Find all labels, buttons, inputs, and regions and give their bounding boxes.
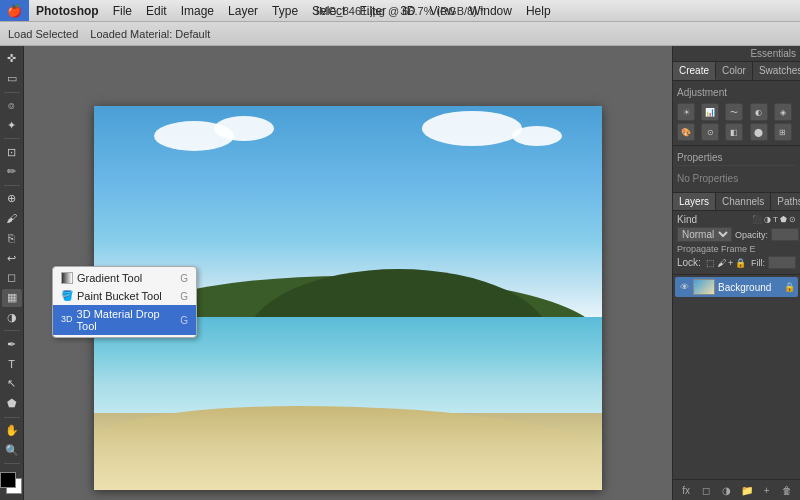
marquee-tool-btn[interactable]: ▭: [2, 70, 22, 88]
fill-input[interactable]: [768, 256, 796, 269]
type-menu[interactable]: Type: [265, 0, 305, 21]
gradient-btn[interactable]: ▦: [2, 289, 22, 307]
paths-tab[interactable]: Paths: [771, 193, 800, 210]
dodge-btn[interactable]: ◑: [2, 309, 22, 327]
paint-bucket-option[interactable]: 🪣 Paint Bucket Tool G: [53, 287, 196, 305]
bw-btn[interactable]: ◧: [725, 123, 743, 141]
gradient-tool-option[interactable]: Gradient Tool G: [53, 269, 196, 287]
shape-icon-2[interactable]: ⬟: [780, 215, 787, 224]
tool-separator-3: [4, 185, 20, 186]
clone-btn[interactable]: ⎘: [2, 229, 22, 247]
channel-mixer-btn[interactable]: ⊞: [774, 123, 792, 141]
gradient-tool-label: Gradient Tool: [77, 272, 142, 284]
3d-drop-shortcut: G: [180, 315, 188, 326]
gradient-icon: [61, 272, 73, 284]
layer-lock-icon: 🔒: [784, 282, 795, 292]
move-tool-btn[interactable]: ✜: [2, 50, 22, 68]
pen-btn[interactable]: ✒: [2, 335, 22, 353]
swatches-tab[interactable]: Swatches: [753, 62, 800, 80]
history-btn[interactable]: ↩: [2, 249, 22, 267]
adjustment-grid-1: ☀ 📊 〜 ◐ ◈: [677, 103, 796, 121]
channels-tab[interactable]: Channels: [716, 193, 771, 210]
curves-btn[interactable]: 〜: [725, 103, 743, 121]
opacity-input[interactable]: [771, 228, 799, 241]
canvas-area: Gradient Tool G 🪣 Paint Bucket Tool G 3D…: [24, 46, 672, 500]
fill-label: Fill:: [751, 258, 765, 268]
zoom-btn[interactable]: 🔍: [2, 441, 22, 459]
healing-btn[interactable]: ⊕: [2, 190, 22, 208]
tool-separator-4: [4, 330, 20, 331]
adjust-icon[interactable]: ◑: [764, 215, 771, 224]
app-name-menu[interactable]: Photoshop: [29, 0, 106, 21]
levels-btn[interactable]: 📊: [701, 103, 719, 121]
file-menu[interactable]: File: [106, 0, 139, 21]
blend-row: Normal Opacity:: [677, 227, 796, 242]
background-layer[interactable]: 👁 Background 🔒: [675, 277, 798, 297]
main-layout: ✜ ▭ ⌾ ✦ ⊡ ✏ ⊕ 🖌 ⎘ ↩ ◻ ▦ ◑ ✒ T ↖ ⬟ ✋ 🔍: [0, 46, 800, 500]
magic-wand-btn[interactable]: ✦: [2, 116, 22, 134]
loaded-material-label: Loaded Material: Default: [86, 28, 214, 40]
create-tab[interactable]: Create: [673, 62, 716, 80]
menubar: 🍎 Photoshop File Edit Image Layer Type S…: [0, 0, 800, 22]
help-menu[interactable]: Help: [519, 0, 558, 21]
image-menu[interactable]: Image: [174, 0, 221, 21]
lock-position-icon[interactable]: +: [728, 258, 733, 268]
smart-icon[interactable]: ⊙: [789, 215, 796, 224]
opacity-label: Opacity:: [735, 230, 768, 240]
blend-mode-select[interactable]: Normal: [677, 227, 732, 242]
layer-menu[interactable]: Layer: [221, 0, 265, 21]
photo-filter-btn[interactable]: ⬤: [750, 123, 768, 141]
essentials-label: Essentials: [673, 46, 800, 62]
lock-transparency-icon[interactable]: ⬚: [706, 258, 715, 268]
layer-delete-btn[interactable]: 🗑: [780, 483, 794, 497]
lock-label: Lock:: [677, 257, 701, 268]
pixel-icon[interactable]: ⬛: [752, 215, 762, 224]
crop-tool-btn[interactable]: ⊡: [2, 143, 22, 161]
foreground-color[interactable]: [0, 472, 16, 488]
path-select-btn[interactable]: ↖: [2, 375, 22, 393]
layer-name: Background: [718, 282, 771, 293]
eraser-btn[interactable]: ◻: [2, 269, 22, 287]
layer-mask-btn[interactable]: ◻: [699, 483, 713, 497]
adjustment-section: Adjustment ☀ 📊 〜 ◐ ◈ 🎨 ⊙ ◧ ⬤ ⊞: [673, 81, 800, 146]
lock-all-icon[interactable]: 🔒: [735, 258, 746, 268]
type-icon-2[interactable]: T: [773, 215, 778, 224]
layer-new-btn[interactable]: +: [760, 483, 774, 497]
vibrance-btn[interactable]: ◈: [774, 103, 792, 121]
lock-icons: ⬚ 🖌 + 🔒: [706, 258, 746, 268]
layers-controls: Kind ⬛ ◑ T ⬟ ⊙ Normal Opacity:: [673, 211, 800, 275]
color-area[interactable]: [0, 472, 24, 496]
layer-adj-btn[interactable]: ◑: [719, 483, 733, 497]
type-btn[interactable]: T: [2, 355, 22, 373]
layer-group-btn[interactable]: 📁: [740, 483, 754, 497]
optionsbar: Load Selected Loaded Material: Default: [0, 22, 800, 46]
propagate-row: Propagate Frame E: [677, 244, 796, 254]
hue-sat-btn[interactable]: 🎨: [677, 123, 695, 141]
hand-btn[interactable]: ✋: [2, 422, 22, 440]
load-selected-label: Load Selected: [4, 28, 82, 40]
layer-visibility-icon[interactable]: 👁: [678, 281, 690, 293]
lock-paint-icon[interactable]: 🖌: [717, 258, 726, 268]
context-menu: Gradient Tool G 🪣 Paint Bucket Tool G 3D…: [52, 266, 197, 338]
layers-section: Layers Channels Paths 3D Kind ⬛ ◑ T ⬟ ⊙: [673, 193, 800, 500]
panel-tabs-top: Create Color Swatches Styles: [673, 62, 800, 81]
tool-separator-5: [4, 417, 20, 418]
layers-tab[interactable]: Layers: [673, 193, 716, 210]
tool-separator-6: [4, 463, 20, 464]
apple-menu[interactable]: 🍎: [0, 0, 29, 21]
color-tab[interactable]: Color: [716, 62, 753, 80]
edit-menu[interactable]: Edit: [139, 0, 174, 21]
eyedropper-btn[interactable]: ✏: [2, 163, 22, 181]
exposure-btn[interactable]: ◐: [750, 103, 768, 121]
3d-material-drop-option[interactable]: 3D 3D Material Drop Tool G: [53, 305, 196, 335]
cloud-4: [512, 126, 562, 146]
cloud-3: [422, 111, 522, 146]
brush-btn[interactable]: 🖌: [2, 209, 22, 227]
layer-fx-btn[interactable]: fx: [679, 483, 693, 497]
properties-section: Properties No Properties: [673, 146, 800, 193]
lasso-tool-btn[interactable]: ⌾: [2, 97, 22, 115]
shape-btn[interactable]: ⬟: [2, 395, 22, 413]
brightness-contrast-btn[interactable]: ☀: [677, 103, 695, 121]
gradient-shortcut: G: [180, 273, 188, 284]
color-balance-btn[interactable]: ⊙: [701, 123, 719, 141]
